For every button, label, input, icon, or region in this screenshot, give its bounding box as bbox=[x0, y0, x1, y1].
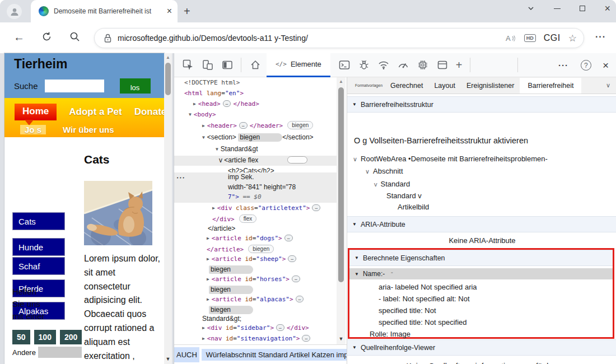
add-panel-icon[interactable]: + bbox=[456, 59, 463, 71]
window-close-button[interactable]: × bbox=[604, 3, 610, 13]
fullpage-a11y-checkbox-row[interactable]: O g Vollseiten-Barrierefreiheitsstruktur… bbox=[354, 136, 528, 145]
tree-line[interactable]: ▶<article id="alpacas">… bbox=[207, 295, 306, 305]
expand-arrow-icon[interactable]: ▶ bbox=[207, 255, 209, 264]
new-tab-button[interactable]: + bbox=[184, 5, 190, 18]
network-wifi-icon[interactable] bbox=[378, 59, 389, 71]
tab-close-icon[interactable]: × bbox=[167, 7, 172, 16]
tab-overflow-chevron-icon[interactable]: ∨ bbox=[606, 82, 610, 89]
tree-line[interactable]: •••imp Sek. bbox=[174, 172, 337, 183]
performance-icon[interactable] bbox=[398, 59, 409, 71]
devtools-more-icon[interactable]: ··· bbox=[558, 60, 568, 70]
application-icon[interactable] bbox=[437, 59, 448, 71]
a11y-tree-node[interactable]: ∨Abschnitt bbox=[365, 167, 403, 175]
computed-name-row[interactable]: ▼ Name:- " bbox=[349, 268, 613, 279]
browser-tab[interactable]: Demoseite mit Barrierefreiheit ist × bbox=[31, 0, 178, 22]
expand-dots-icon[interactable]: … bbox=[284, 235, 293, 241]
expand-arrow-icon[interactable]: ▶ bbox=[207, 275, 209, 284]
a11y-tree-node[interactable]: ∨RootWebArea •Demoseite mit Barrierefrei… bbox=[353, 155, 548, 163]
elements-scrollbar[interactable]: ▲ ▼ bbox=[337, 77, 346, 344]
hd-badge[interactable]: HD bbox=[524, 34, 536, 42]
expand-arrow-icon[interactable]: ▶ bbox=[207, 295, 209, 304]
console-icon[interactable] bbox=[339, 59, 350, 71]
tree-line[interactable]: ▶<div id="sidebar">…</div> bbox=[202, 324, 309, 334]
sidebar-tab-ereignislistener[interactable]: Ereignislistener bbox=[461, 78, 520, 93]
device-emulation-icon[interactable] bbox=[202, 59, 213, 71]
layout-badge[interactable]: biegen bbox=[287, 121, 313, 129]
nav-link-wir-über-uns[interactable]: Wir über uns bbox=[63, 125, 114, 134]
animal-button-schaf[interactable]: Schaf bbox=[12, 257, 65, 275]
expand-dots-icon[interactable]: … bbox=[239, 122, 248, 129]
expand-dots-icon[interactable]: … bbox=[288, 255, 296, 262]
tab-elements[interactable]: </> Elemente bbox=[267, 53, 330, 77]
section-computed-properties[interactable]: ▼ Berechnete Eigenschaften bbox=[349, 250, 613, 266]
expand-dots-icon[interactable]: … bbox=[292, 276, 300, 282]
scroll-down-icon[interactable]: ▼ bbox=[164, 356, 172, 362]
breadcrumb-path[interactable]: Würfelabschnitt Standard Artikel Katzen … bbox=[202, 349, 353, 361]
tree-line[interactable]: ▶<header>…</header>biegen bbox=[202, 121, 313, 131]
amount-button-200[interactable]: 200 bbox=[60, 330, 82, 344]
tree-line[interactable]: v <article flex bbox=[174, 156, 337, 166]
tree-line[interactable]: width-"841" height="78 bbox=[174, 183, 337, 193]
nav-link-jo-s[interactable]: Jo s bbox=[20, 125, 46, 134]
search-input[interactable] bbox=[45, 80, 104, 92]
tree-line[interactable]: ▼<body> bbox=[189, 110, 216, 120]
expand-arrow-icon[interactable]: ▶ bbox=[202, 122, 205, 130]
scroll-up-icon[interactable]: ▲ bbox=[164, 55, 172, 60]
tree-chevron-icon[interactable]: v bbox=[374, 181, 377, 188]
section-aria-attributes[interactable]: ▼ ARIA-Attribute bbox=[347, 216, 616, 232]
sidebar-tab-formatvorlagen[interactable]: Formatvorlagen bbox=[347, 80, 385, 91]
section-accessibility-structure[interactable]: ▼ Barrierefreiheitsstruktur bbox=[347, 96, 616, 113]
search-icon[interactable] bbox=[69, 31, 80, 42]
tree-chevron-icon[interactable]: ∨ bbox=[353, 156, 357, 162]
tree-line[interactable]: 7"> == $0 bbox=[174, 193, 337, 203]
refresh-button[interactable] bbox=[41, 31, 52, 42]
tree-line[interactable]: ▶<head>…</head> bbox=[193, 100, 259, 110]
tree-line[interactable]: ▶<div class="articletext">… bbox=[212, 204, 323, 214]
tree-line[interactable]: <html lang="en"> bbox=[184, 89, 244, 99]
collapse-arrow-icon[interactable]: ▼ bbox=[189, 110, 192, 119]
layout-badge[interactable]: flex bbox=[239, 214, 257, 223]
profile-avatar[interactable] bbox=[7, 4, 22, 19]
collapse-arrow-icon[interactable]: ▼ bbox=[202, 133, 205, 142]
expand-dots-icon[interactable]: … bbox=[223, 100, 231, 107]
sidebar-tab-gerechnet[interactable]: Gerechnet bbox=[385, 78, 428, 93]
animal-button-hunde[interactable]: Hunde bbox=[12, 238, 65, 256]
expand-dots-icon[interactable]: … bbox=[302, 335, 310, 342]
home-icon[interactable] bbox=[250, 59, 261, 71]
tree-line[interactable]: biegen bbox=[209, 265, 253, 275]
tab-menu-chevron-icon[interactable] bbox=[527, 4, 535, 12]
nav-link-donate[interactable]: Donate bbox=[134, 106, 164, 118]
andere-amount-input[interactable] bbox=[38, 347, 82, 358]
tree-line[interactable]: <!DOCTYPE html> bbox=[184, 78, 240, 88]
nav-link-home[interactable]: Home bbox=[15, 104, 57, 120]
tree-chevron-icon[interactable]: ∨ bbox=[365, 168, 370, 175]
sidebar-tab-layout[interactable]: Layout bbox=[428, 78, 461, 93]
nav-link-adopt-a-pet[interactable]: Adopt a Pet bbox=[69, 106, 122, 118]
tree-line[interactable]: </article>biegen bbox=[207, 245, 274, 255]
sidebar-tab-barrierefreiheit[interactable]: Barrierefreiheit bbox=[520, 78, 581, 94]
expand-arrow-icon[interactable]: ▶ bbox=[202, 324, 205, 333]
page-scrollbar[interactable]: ▲ ▼ bbox=[164, 53, 172, 364]
maximize-button[interactable] bbox=[580, 6, 585, 11]
debugger-bug-icon[interactable] bbox=[358, 59, 370, 71]
inspect-icon[interactable] bbox=[183, 59, 194, 71]
search-go-button[interactable]: los bbox=[120, 78, 151, 94]
tree-line[interactable]: ▶<article id="sheep">… bbox=[207, 255, 298, 265]
tree-line[interactable]: ▶<article id="dogs">… bbox=[207, 234, 295, 244]
devtools-close-icon[interactable]: × bbox=[603, 59, 609, 72]
expand-dots-icon[interactable]: … bbox=[276, 324, 284, 331]
expand-dots-icon[interactable]: … bbox=[296, 296, 304, 302]
tree-line[interactable]: ▶<article id="horses">… bbox=[207, 275, 302, 285]
tree-line[interactable]: biegen bbox=[209, 285, 253, 295]
animal-button-cats[interactable]: Cats bbox=[12, 212, 65, 230]
tree-line[interactable]: ▼Standard&gt bbox=[216, 144, 258, 155]
a11y-tree-node[interactable]: Artikelbild bbox=[398, 203, 429, 211]
memory-chip-icon[interactable] bbox=[417, 59, 428, 71]
browser-more-icon[interactable]: ··· bbox=[595, 32, 606, 42]
dock-side-icon[interactable] bbox=[222, 59, 233, 71]
amount-button-50[interactable]: 50 bbox=[12, 330, 30, 344]
tree-line[interactable]: </article> bbox=[208, 224, 235, 234]
expand-arrow-icon[interactable]: ▶ bbox=[207, 234, 209, 243]
expand-dots-icon[interactable]: … bbox=[312, 204, 320, 211]
url-field[interactable]: microsoftedge.github.io/Demos/devtools-a… bbox=[94, 28, 584, 48]
